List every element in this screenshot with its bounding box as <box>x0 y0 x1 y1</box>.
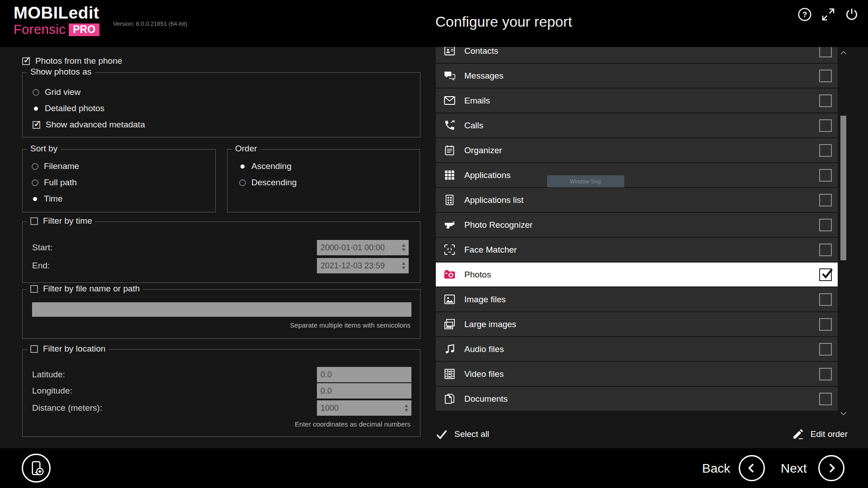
report-section-calls[interactable]: Calls <box>436 113 838 137</box>
start-time-input[interactable] <box>317 240 409 255</box>
section-checkbox[interactable] <box>819 144 832 157</box>
report-section-photo-recognizer[interactable]: Photo Recognizer <box>436 213 838 237</box>
report-section-messages[interactable]: Messages <box>436 64 838 88</box>
radio-time[interactable]: Time <box>32 194 63 204</box>
section-checkbox[interactable] <box>819 293 832 306</box>
photos-from-phone-checkbox[interactable]: Photos from the phone <box>22 56 122 66</box>
back-button[interactable] <box>739 455 765 481</box>
radio-filename[interactable]: Filename <box>32 161 79 171</box>
section-label: Photos <box>464 270 491 280</box>
filter-by-name-group: Filter by file name or path Separate mul… <box>22 289 420 339</box>
checkbox[interactable] <box>30 217 38 225</box>
section-checkbox[interactable] <box>819 94 832 107</box>
radio-full-path[interactable]: Full path <box>32 178 77 188</box>
radio-label: Filename <box>44 161 79 171</box>
report-section-organizer[interactable]: Organizer <box>436 138 838 162</box>
latitude-input[interactable] <box>317 367 411 382</box>
chevron-down-icon[interactable] <box>839 409 848 418</box>
radio-detailed-photos[interactable]: Detailed photos <box>33 103 104 113</box>
radio[interactable] <box>32 163 38 170</box>
section-checkbox[interactable] <box>819 47 832 57</box>
scrollbar-thumb[interactable] <box>840 116 846 260</box>
section-checkbox[interactable] <box>819 343 832 356</box>
report-section-applications-list[interactable]: Applications list <box>436 188 838 212</box>
add-phone-button[interactable] <box>22 454 51 483</box>
section-checkbox[interactable] <box>819 244 832 256</box>
section-label: Messages <box>464 71 504 81</box>
radio[interactable] <box>239 179 246 186</box>
power-icon[interactable] <box>844 7 859 22</box>
section-checkbox[interactable] <box>819 393 832 405</box>
radio-label: Ascending <box>251 161 292 171</box>
radio[interactable] <box>32 196 38 202</box>
report-section-face-matcher[interactable]: Face Matcher <box>436 238 838 262</box>
group-title: Filter by location <box>43 344 105 354</box>
messages-icon <box>443 70 456 82</box>
section-checkbox[interactable] <box>819 194 832 206</box>
checkbox-label: Show advanced metadata <box>46 120 145 130</box>
section-checkbox[interactable] <box>819 70 832 82</box>
report-section-emails[interactable]: Emails <box>436 89 838 113</box>
name-filter-field <box>32 302 411 317</box>
report-section-applications[interactable]: ApplicationsWindow Snip <box>436 163 838 187</box>
edit-order-button[interactable]: Edit order <box>792 428 848 440</box>
radio-descending[interactable]: Descending <box>239 178 297 188</box>
radio[interactable] <box>32 179 38 186</box>
spinner-icon[interactable] <box>400 240 407 255</box>
show-advanced-metadata-checkbox[interactable]: Show advanced metadata <box>33 120 145 130</box>
radio-label: Grid view <box>45 87 80 97</box>
back-button-label[interactable]: Back <box>702 461 730 476</box>
report-section-image-files[interactable]: Image files <box>436 287 838 311</box>
next-button[interactable] <box>818 455 844 481</box>
name-filter-input[interactable] <box>32 302 411 317</box>
report-section-video-files[interactable]: Video files <box>436 362 838 386</box>
checkbox[interactable] <box>22 57 30 65</box>
spinner-icon[interactable] <box>400 258 407 273</box>
chevron-up-icon[interactable] <box>839 49 848 57</box>
section-checkbox[interactable] <box>819 368 832 380</box>
end-time-input[interactable] <box>317 258 409 273</box>
list-footer: Select all Edit order <box>436 423 848 446</box>
radio[interactable] <box>239 163 246 170</box>
distance-input[interactable] <box>317 400 411 416</box>
filter-by-name-checkbox[interactable]: Filter by file name or path <box>27 284 143 294</box>
select-all-button[interactable]: Select all <box>436 428 489 440</box>
spinner-icon[interactable] <box>403 400 410 416</box>
section-checkbox[interactable] <box>819 268 832 281</box>
radio-ascending[interactable]: Ascending <box>239 161 292 171</box>
header: MOBILedit Forensic PRO Version: 8.0.0.21… <box>0 0 868 47</box>
end-time-field <box>317 258 409 273</box>
pencil-icon <box>792 428 804 440</box>
filter-by-time-checkbox[interactable]: Filter by time <box>27 216 95 226</box>
next-button-label[interactable]: Next <box>781 461 807 476</box>
section-label: Contacts <box>464 47 498 56</box>
longitude-field <box>317 383 411 399</box>
radio[interactable] <box>33 105 39 112</box>
checkbox[interactable] <box>33 121 40 129</box>
section-checkbox[interactable] <box>819 169 832 182</box>
documents-icon <box>443 393 456 405</box>
report-section-large-images[interactable]: Large images <box>436 312 838 336</box>
report-section-photos[interactable]: Photos <box>436 263 838 286</box>
section-checkbox[interactable] <box>819 119 832 132</box>
distance-label: Distance (meters): <box>32 403 102 413</box>
latitude-field <box>317 367 411 382</box>
scrollbar[interactable] <box>839 49 848 418</box>
report-section-documents[interactable]: Documents <box>436 387 838 411</box>
group-title: Order <box>232 144 260 154</box>
radio-grid-view[interactable]: Grid view <box>33 87 80 97</box>
photos-icon <box>443 268 456 281</box>
checkbox[interactable] <box>30 345 38 353</box>
filter-by-location-checkbox[interactable]: Filter by location <box>27 344 108 354</box>
section-checkbox[interactable] <box>819 318 832 331</box>
report-section-contacts[interactable]: Contacts <box>436 47 838 63</box>
chevron-right-icon <box>825 461 838 475</box>
section-checkbox[interactable] <box>819 219 832 231</box>
longitude-input[interactable] <box>317 383 411 399</box>
group-title: Sort by <box>27 144 61 154</box>
report-section-audio-files[interactable]: Audio files <box>436 337 838 361</box>
resize-icon[interactable] <box>821 7 835 22</box>
help-icon[interactable]: ? <box>797 7 812 22</box>
checkbox[interactable] <box>30 285 38 293</box>
radio[interactable] <box>33 89 39 96</box>
